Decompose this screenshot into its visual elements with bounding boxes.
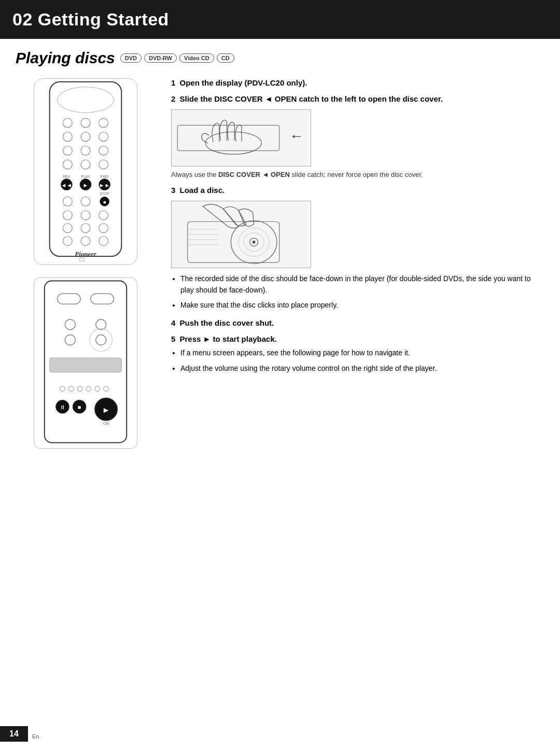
disc-badges: DVD DVD-RW Video CD CD bbox=[120, 53, 234, 63]
badge-videocd: Video CD bbox=[179, 53, 214, 63]
badge-cd: CD bbox=[217, 53, 234, 63]
badge-dvd: DVD bbox=[120, 53, 142, 63]
svg-text:►: ► bbox=[102, 406, 110, 414]
step-1-text: Open the display (PDV-LC20 only). bbox=[180, 78, 307, 87]
step-2-text: Slide the DISC COVER ◄ OPEN catch to the… bbox=[180, 94, 443, 103]
svg-rect-47 bbox=[50, 358, 122, 372]
svg-point-67 bbox=[253, 241, 256, 244]
step-3-number: 3 bbox=[171, 186, 175, 194]
disc-cover-illustration: ← bbox=[171, 109, 311, 166]
step-3: 3 Load a disc. bbox=[171, 186, 544, 311]
svg-rect-38 bbox=[79, 258, 85, 261]
svg-text:←: ← bbox=[289, 128, 303, 144]
svg-text:Pioneer: Pioneer bbox=[75, 251, 96, 258]
left-col: REV PLAY FWD ◄◄ ► ►► STOP ■ bbox=[16, 78, 156, 449]
svg-text:►: ► bbox=[83, 182, 89, 188]
right-col: 1 Open the display (PDV-LC20 only). 2 Sl… bbox=[171, 78, 544, 449]
svg-text:FWD: FWD bbox=[101, 175, 109, 178]
remote-control-1: REV PLAY FWD ◄◄ ► ►► STOP ■ bbox=[34, 78, 137, 265]
svg-text:STOP: STOP bbox=[100, 192, 109, 196]
step-2: 2 Slide the DISC COVER ◄ OPEN catch to t… bbox=[171, 94, 544, 178]
step-4-text: Push the disc cover shut. bbox=[180, 318, 274, 327]
remote-control-2: ⏸ ■ ► ON bbox=[34, 277, 137, 449]
svg-text:■: ■ bbox=[103, 200, 106, 205]
two-col-layout: REV PLAY FWD ◄◄ ► ►► STOP ■ bbox=[16, 78, 544, 449]
badge-dvdrw: DVD-RW bbox=[144, 53, 177, 63]
step-1-number: 1 bbox=[171, 78, 175, 87]
svg-text:■: ■ bbox=[78, 404, 81, 410]
bullet-2: Make sure that the disc clicks into plac… bbox=[180, 300, 544, 311]
step-5-bullets: If a menu screen appears, see the follow… bbox=[171, 347, 544, 374]
step-4: 4 Push the disc cover shut. bbox=[171, 318, 544, 327]
step-3-text: Load a disc. bbox=[180, 186, 225, 194]
section-title: Playing discs bbox=[16, 49, 115, 67]
svg-text:⏸: ⏸ bbox=[60, 404, 65, 410]
step-3-bullets: The recorded side of the disc should be … bbox=[171, 273, 544, 311]
svg-text:ON: ON bbox=[103, 421, 109, 426]
lang-label: En bbox=[32, 733, 39, 740]
section-title-row: Playing discs DVD DVD-RW Video CD CD bbox=[16, 49, 544, 67]
svg-text:REV: REV bbox=[63, 175, 71, 178]
chapter-title: 02 Getting Started bbox=[12, 9, 169, 30]
svg-text:PLAY: PLAY bbox=[81, 175, 90, 178]
step-5-text: Press ► to start playback. bbox=[180, 335, 277, 343]
step-4-number: 4 bbox=[171, 318, 175, 327]
bullet-5-1: If a menu screen appears, see the follow… bbox=[180, 347, 544, 359]
load-disc-illustration bbox=[171, 201, 311, 268]
step-2-note: Always use the DISC COVER ◄ OPEN slide c… bbox=[171, 171, 544, 178]
step-2-number: 2 bbox=[171, 94, 175, 103]
page-number: 14 bbox=[0, 726, 28, 742]
svg-rect-61 bbox=[177, 125, 279, 150]
bullet-1: The recorded side of the disc should be … bbox=[180, 273, 544, 296]
bullet-5-2: Adjust the volume using the rotary volum… bbox=[180, 363, 544, 374]
svg-text:►►: ►► bbox=[99, 182, 110, 188]
step-5: 5 Press ► to start playback. If a menu s… bbox=[171, 335, 544, 374]
svg-text:◄◄: ◄◄ bbox=[61, 182, 73, 188]
step-5-number: 5 bbox=[171, 335, 175, 343]
step-1: 1 Open the display (PDV-LC20 only). bbox=[171, 78, 544, 87]
page-content: Playing discs DVD DVD-RW Video CD CD bbox=[0, 39, 560, 464]
chapter-header: 02 Getting Started bbox=[0, 0, 560, 39]
